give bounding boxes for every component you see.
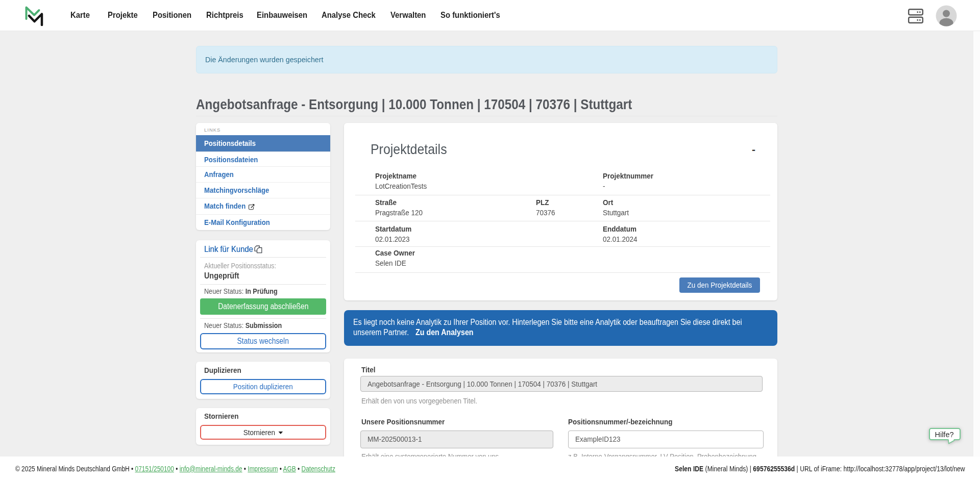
svg-text:Hilfe?: Hilfe? [935, 431, 953, 439]
